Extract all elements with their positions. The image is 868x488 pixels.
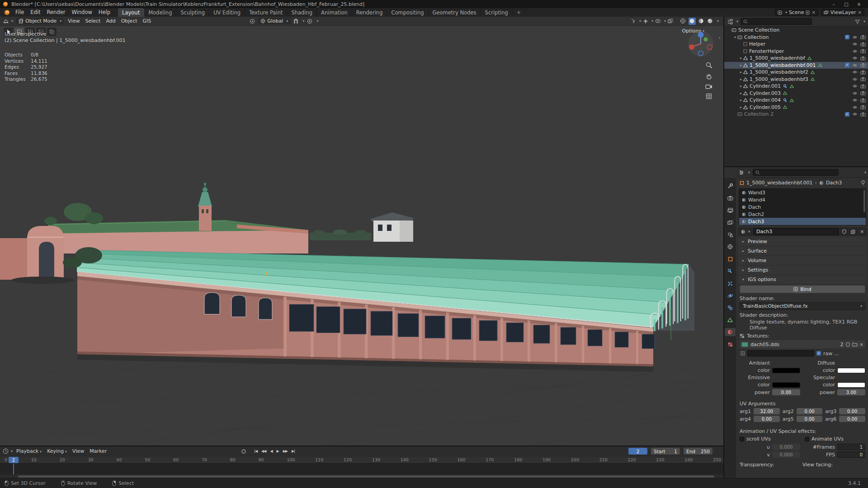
properties-tab-material[interactable]	[725, 328, 736, 336]
raw-checkbox[interactable]: ✓	[816, 351, 821, 356]
properties-tab-particles[interactable]	[725, 279, 736, 287]
station-window[interactable]	[588, 329, 602, 346]
viewlayer-selector[interactable]: ViewLayer ×	[821, 9, 864, 16]
checkbox-scroll-uvs[interactable]: scroll UVs	[740, 436, 800, 442]
properties-editor-icon[interactable]	[739, 170, 744, 175]
outliner-row-cylinder-004[interactable]: ▸Cylinder.004	[724, 97, 868, 104]
panel-volume[interactable]: ▸Volume	[738, 256, 867, 265]
navigation-gizmo[interactable]	[686, 29, 715, 58]
outliner-row-1-5000-wiesbadenhbf3[interactable]: ▸1_5000_wiesbadenhbf3	[724, 76, 868, 83]
specular-color-swatch[interactable]	[837, 382, 865, 388]
shading-wireframe-icon[interactable]	[679, 18, 687, 25]
disable-render-camera-icon[interactable]	[860, 112, 866, 117]
viewport-menu-object[interactable]: Object	[118, 18, 140, 24]
texture-slot-row[interactable]: dach05.dds 2 ×	[740, 340, 865, 348]
exclude-checkbox[interactable]: ✓	[845, 35, 849, 39]
workspace-tab-texture-paint[interactable]: Texture Paint	[245, 8, 287, 17]
station-window[interactable]	[398, 314, 419, 337]
hide-eye-icon[interactable]	[852, 49, 858, 53]
hide-eye-icon[interactable]	[852, 84, 858, 88]
properties-tab-scene[interactable]	[725, 230, 736, 239]
specular-power-field[interactable]: 3.00	[837, 389, 865, 395]
menu-render[interactable]: Render	[44, 8, 69, 17]
hide-eye-icon[interactable]	[852, 98, 858, 102]
anim-field-value[interactable]: 1	[837, 444, 865, 450]
open-file-icon[interactable]	[852, 342, 858, 347]
station-window[interactable]	[316, 307, 340, 333]
outliner-row-cylinder-005[interactable]: ▸Cylinder.005	[724, 104, 868, 111]
workspace-tab-modeling[interactable]: Modeling	[144, 8, 176, 17]
proportional-editing-icon[interactable]	[307, 19, 312, 24]
station-window[interactable]	[506, 323, 524, 342]
station-window[interactable]	[344, 309, 366, 334]
workspace-tab-rendering[interactable]: Rendering	[352, 8, 387, 17]
uv-arg2-field[interactable]: 0.00	[797, 408, 823, 414]
workspace-tab-uv-editing[interactable]: UV Editing	[209, 8, 245, 17]
gizmos-icon[interactable]	[643, 19, 648, 24]
unlink-scene-icon[interactable]: ×	[811, 10, 815, 15]
exclude-checkbox[interactable]: ✓	[845, 63, 849, 67]
hide-eye-icon[interactable]	[852, 56, 858, 60]
bind-button[interactable]: Bind	[740, 285, 865, 293]
transform-pivot-icon[interactable]	[250, 19, 255, 24]
fake-user-shield-icon[interactable]	[840, 228, 848, 235]
timeline-scrollbar[interactable]	[0, 474, 723, 478]
gizmo-y-axis[interactable]	[704, 38, 708, 42]
station-window[interactable]	[561, 327, 576, 344]
properties-tab-physics[interactable]	[725, 291, 736, 300]
properties-tab-render[interactable]	[725, 194, 736, 202]
uv-arg5-field[interactable]: 0.00	[797, 416, 823, 422]
station-window[interactable]	[615, 332, 628, 347]
timeline-menu-marker[interactable]: Marker	[87, 448, 109, 454]
blender-menu-icon[interactable]	[2, 9, 12, 15]
station-arched-window[interactable]	[259, 298, 272, 319]
properties-tab-viewlayer[interactable]	[725, 218, 736, 226]
workspace-tab-layout[interactable]: Layout	[118, 8, 144, 17]
maximize-button[interactable]: □	[840, 0, 853, 8]
expander-icon[interactable]: ▸	[739, 98, 743, 102]
prev-keyframe-button[interactable]: ◀◀	[260, 449, 267, 453]
timeline-editor-icon[interactable]	[3, 448, 9, 454]
hide-eye-icon[interactable]	[852, 112, 858, 116]
pin-icon[interactable]	[861, 180, 865, 186]
close-button[interactable]: ×	[853, 0, 865, 8]
viewport-menu-add[interactable]: Add	[103, 18, 118, 24]
disable-render-camera-icon[interactable]	[860, 42, 866, 47]
disable-render-camera-icon[interactable]	[860, 56, 866, 61]
workspace-tab-scripting[interactable]: Scripting	[481, 8, 513, 17]
play-reverse-button[interactable]: ◀	[269, 449, 274, 453]
station-window[interactable]	[479, 320, 497, 341]
snap-magnet-icon[interactable]	[293, 19, 298, 24]
emissive-power-field[interactable]: 0.00	[772, 389, 800, 395]
ortho-toggle-icon[interactable]	[706, 93, 712, 99]
disable-render-camera-icon[interactable]	[860, 49, 866, 53]
shader-name-dropdown[interactable]: TrainBasicObjectDiffuse.fx ▾	[740, 302, 865, 310]
outliner-row-collection[interactable]: ▾Collection✓	[724, 34, 868, 41]
station-window[interactable]	[533, 325, 550, 343]
outliner-filter-icon[interactable]	[855, 19, 860, 24]
outliner-search-input[interactable]	[741, 18, 812, 25]
new-scene-icon[interactable]	[806, 10, 810, 15]
hide-eye-icon[interactable]	[852, 63, 858, 67]
play-button[interactable]: ▶	[275, 449, 280, 453]
xray-toggle-icon[interactable]	[668, 19, 673, 23]
playhead-frame-badge[interactable]: 2	[9, 457, 19, 463]
uv-arg3-field[interactable]: 0.00	[839, 408, 865, 414]
viewport-3d[interactable]: ▾ Object Mode ▾ ViewSelectAddObjectGIS G…	[0, 17, 723, 446]
diffuse-color-swatch[interactable]	[837, 368, 865, 373]
material-browse-dropdown[interactable]: ▾	[739, 228, 752, 235]
current-frame-field[interactable]: 2	[628, 448, 647, 455]
disable-render-camera-icon[interactable]	[860, 63, 866, 67]
timeline-ruler[interactable]: 0102030405060708090100110120130140150160…	[0, 456, 723, 464]
playhead-line[interactable]	[13, 464, 14, 474]
properties-tab-object[interactable]	[725, 255, 736, 263]
uv-arg1-field[interactable]: 32.00	[754, 408, 780, 414]
ambiant-color-swatch[interactable]	[772, 368, 800, 373]
disable-render-camera-icon[interactable]	[860, 105, 866, 109]
shading-material-icon[interactable]	[698, 18, 705, 25]
material-slot-wand4[interactable]: Wand4	[739, 196, 866, 203]
panel-surface[interactable]: ▸Surface	[738, 247, 867, 255]
outliner-row-cylinder-001[interactable]: ▸Cylinder.001	[724, 83, 868, 90]
outliner-row-cylinder-003[interactable]: ▸Cylinder.003	[724, 90, 868, 97]
texture-fake-user-icon[interactable]	[846, 342, 850, 347]
